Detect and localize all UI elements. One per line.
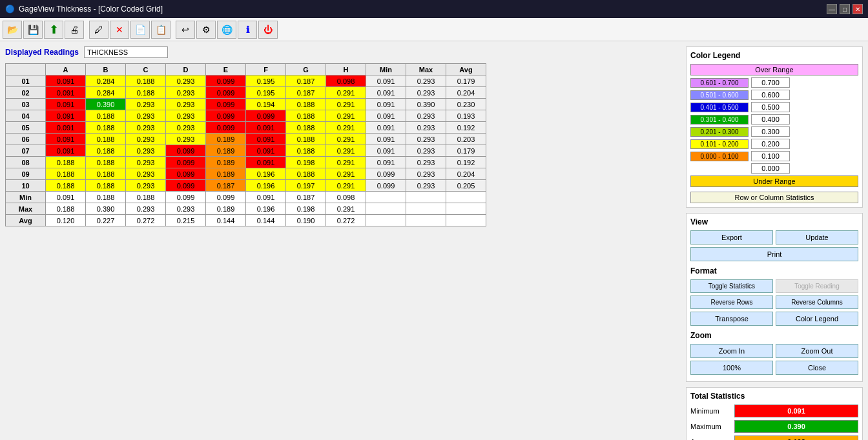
under-range-button[interactable]: Under Range bbox=[690, 175, 858, 187]
table-cell: 0.291 bbox=[326, 122, 366, 134]
toolbar-print[interactable]: 🖨 bbox=[65, 21, 84, 39]
legend-value-input[interactable] bbox=[751, 151, 790, 161]
legend-color-button[interactable]: 0.000 - 0.100 bbox=[690, 152, 749, 161]
legend-value-input[interactable] bbox=[751, 139, 790, 149]
legend-color-button[interactable]: 0.601 - 0.700 bbox=[690, 78, 749, 88]
legend-color-button[interactable]: 0.201 - 0.300 bbox=[690, 127, 749, 137]
controls-section: View Export Update Print Format Toggle S… bbox=[686, 213, 863, 382]
stat-table-cell: 0.099 bbox=[206, 192, 246, 203]
table-row: 100.1880.1880.2930.0990.1870.1960.1970.2… bbox=[6, 180, 486, 192]
table-cell: 0.091 bbox=[46, 99, 86, 110]
color-legend-button[interactable]: Color Legend bbox=[776, 312, 858, 326]
stat-cell-max: 0.293 bbox=[406, 134, 446, 145]
table-cell: 0.091 bbox=[46, 134, 86, 145]
export-button[interactable]: Export bbox=[690, 230, 773, 245]
toolbar-edit[interactable]: ↩ bbox=[176, 21, 195, 39]
maximum-value: 0.390 bbox=[734, 420, 858, 433]
table-row: 060.0910.1880.2930.2930.1890.0910.1880.2… bbox=[6, 134, 486, 145]
stat-table-cell: 0.099 bbox=[166, 192, 206, 203]
format-title: Format bbox=[690, 266, 858, 275]
under-range-value-input[interactable] bbox=[751, 163, 790, 174]
toolbar-power[interactable]: ⏻ bbox=[258, 21, 278, 39]
readings-input[interactable] bbox=[84, 46, 168, 58]
stat-table-cell: 0.188 bbox=[46, 203, 86, 215]
toolbar-globe[interactable]: 🌐 bbox=[217, 21, 236, 39]
table-cell: 0.188 bbox=[286, 145, 326, 157]
row-id: 10 bbox=[6, 180, 46, 192]
minimum-value: 0.091 bbox=[734, 405, 858, 417]
stat-cell-min: 0.091 bbox=[366, 145, 406, 157]
stat-empty bbox=[446, 215, 486, 226]
toolbar-save[interactable]: 💾 bbox=[23, 21, 43, 39]
zoom-100-button[interactable]: 100% bbox=[690, 361, 773, 375]
stat-row-max: Max0.1880.3900.2930.2930.1890.1960.1980.… bbox=[6, 203, 486, 215]
table-cell: 0.188 bbox=[86, 122, 126, 134]
row-col-stat-button[interactable]: Row or Column Statistics bbox=[690, 192, 858, 203]
stat-empty bbox=[406, 192, 446, 203]
table-cell: 0.293 bbox=[126, 134, 166, 145]
close-button-zoom[interactable]: Close bbox=[776, 361, 858, 375]
legend-value-input[interactable] bbox=[751, 77, 790, 88]
over-range-button[interactable]: Over Range bbox=[690, 64, 858, 75]
table-cell: 0.293 bbox=[126, 180, 166, 192]
minimize-button[interactable]: — bbox=[827, 4, 837, 14]
print-button[interactable]: Print bbox=[690, 247, 858, 261]
stat-table-cell: 0.188 bbox=[86, 192, 126, 203]
table-cell: 0.091 bbox=[46, 145, 86, 157]
legend-value-input[interactable] bbox=[751, 102, 790, 112]
table-cell: 0.091 bbox=[246, 122, 286, 134]
zoom-out-button[interactable]: Zoom Out bbox=[776, 344, 858, 358]
toolbar-settings[interactable]: ⚙ bbox=[196, 21, 216, 39]
close-button[interactable]: ✕ bbox=[852, 4, 863, 14]
toolbar-open[interactable]: 📂 bbox=[3, 21, 22, 39]
update-button[interactable]: Update bbox=[776, 230, 858, 245]
zoom-in-button[interactable]: Zoom In bbox=[690, 344, 773, 358]
stat-cell-min: 0.091 bbox=[366, 134, 406, 145]
maximize-button[interactable]: □ bbox=[840, 4, 850, 14]
stat-table-cell: 0.293 bbox=[126, 203, 166, 215]
table-cell: 0.291 bbox=[326, 145, 366, 157]
toolbar-view[interactable]: 🖊 bbox=[89, 21, 108, 39]
stat-table-cell: 0.091 bbox=[246, 192, 286, 203]
table-cell: 0.293 bbox=[166, 75, 206, 87]
table-cell: 0.188 bbox=[86, 168, 126, 180]
table-cell: 0.196 bbox=[246, 180, 286, 192]
table-row: 070.0910.1880.2930.0990.1890.0910.1880.2… bbox=[6, 145, 486, 157]
table-cell: 0.091 bbox=[46, 122, 86, 134]
stat-table-cell: 0.091 bbox=[46, 192, 86, 203]
transpose-button[interactable]: Transpose bbox=[690, 312, 773, 326]
toolbar: 📂 💾 ⬆ 🖨 🖊 ✕ 📄 📋 ↩ ⚙ 🌐 ℹ ⏻ bbox=[0, 18, 868, 41]
table-cell: 0.195 bbox=[246, 87, 286, 99]
table-cell: 0.188 bbox=[286, 122, 326, 134]
table-cell: 0.198 bbox=[286, 157, 326, 168]
toolbar-paste[interactable]: 📋 bbox=[151, 21, 170, 39]
readings-label: Displayed Readings bbox=[5, 48, 79, 57]
toggle-stats-button[interactable]: Toggle Statistics bbox=[690, 279, 773, 293]
legend-color-button[interactable]: 0.101 - 0.200 bbox=[690, 139, 749, 149]
reverse-columns-button[interactable]: Reverse Columns bbox=[776, 295, 858, 309]
stat-table-cell: 0.189 bbox=[206, 203, 246, 215]
legend-value-input[interactable] bbox=[751, 126, 790, 137]
toggle-reading-button[interactable]: Toggle Reading bbox=[776, 279, 858, 293]
legend-color-button[interactable]: 0.301 - 0.400 bbox=[690, 115, 749, 125]
legend-value-input[interactable] bbox=[751, 114, 790, 125]
stat-cell-min: 0.099 bbox=[366, 180, 406, 192]
legend-value-input[interactable] bbox=[751, 90, 790, 100]
table-cell: 0.291 bbox=[326, 157, 366, 168]
reverse-rows-button[interactable]: Reverse Rows bbox=[690, 295, 773, 309]
stat-empty bbox=[366, 215, 406, 226]
stat-cell-min: 0.099 bbox=[366, 168, 406, 180]
stat-table-cell: 0.198 bbox=[286, 203, 326, 215]
legend-item: 0.501 - 0.600 bbox=[690, 90, 858, 100]
table-cell: 0.091 bbox=[46, 87, 86, 99]
toolbar-upload[interactable]: ⬆ bbox=[44, 21, 63, 39]
stat-table-cell: 0.190 bbox=[286, 215, 326, 226]
legend-color-button[interactable]: 0.501 - 0.600 bbox=[690, 90, 749, 100]
table-cell: 0.188 bbox=[286, 110, 326, 122]
legend-color-button[interactable]: 0.401 - 0.500 bbox=[690, 103, 749, 112]
toolbar-copy[interactable]: 📄 bbox=[130, 21, 150, 39]
toolbar-info[interactable]: ℹ bbox=[238, 21, 257, 39]
toolbar-delete[interactable]: ✕ bbox=[110, 21, 129, 39]
table-cell: 0.194 bbox=[246, 99, 286, 110]
row-id: 02 bbox=[6, 87, 46, 99]
